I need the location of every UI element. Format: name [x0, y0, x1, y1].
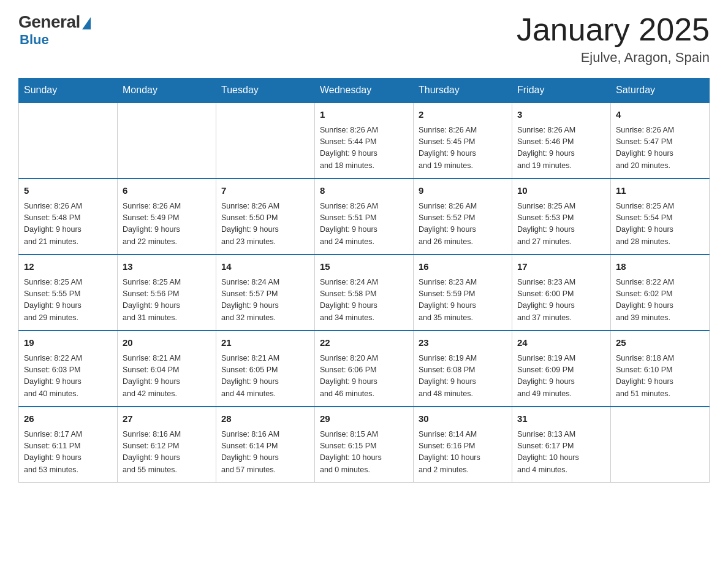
- calendar-cell: 27Sunrise: 8:16 AM Sunset: 6:12 PM Dayli…: [118, 407, 216, 483]
- week-row-2: 12Sunrise: 8:25 AM Sunset: 5:55 PM Dayli…: [19, 255, 710, 331]
- day-number: 16: [419, 260, 507, 274]
- calendar-cell: 2Sunrise: 8:26 AM Sunset: 5:45 PM Daylig…: [414, 102, 512, 178]
- calendar-cell: 4Sunrise: 8:26 AM Sunset: 5:47 PM Daylig…: [611, 102, 710, 178]
- day-number: 15: [320, 260, 408, 274]
- logo: General Blue: [18, 12, 91, 48]
- day-info: Sunrise: 8:13 AM Sunset: 6:17 PM Dayligh…: [517, 429, 605, 477]
- day-number: 17: [517, 260, 605, 274]
- day-info: Sunrise: 8:26 AM Sunset: 5:44 PM Dayligh…: [320, 124, 408, 172]
- day-info: Sunrise: 8:25 AM Sunset: 5:55 PM Dayligh…: [24, 277, 112, 324]
- calendar-cell: 7Sunrise: 8:26 AM Sunset: 5:50 PM Daylig…: [216, 178, 315, 255]
- day-info: Sunrise: 8:25 AM Sunset: 5:56 PM Dayligh…: [123, 277, 211, 324]
- day-number: 23: [419, 336, 507, 350]
- day-info: Sunrise: 8:16 AM Sunset: 6:12 PM Dayligh…: [123, 429, 211, 477]
- calendar-cell: 19Sunrise: 8:22 AM Sunset: 6:03 PM Dayli…: [19, 331, 118, 407]
- calendar-cell: 17Sunrise: 8:23 AM Sunset: 6:00 PM Dayli…: [512, 255, 611, 331]
- week-row-3: 19Sunrise: 8:22 AM Sunset: 6:03 PM Dayli…: [19, 331, 710, 407]
- page-header: General Blue January 2025 Ejulve, Aragon…: [18, 12, 710, 66]
- header-sunday: Sunday: [19, 79, 118, 103]
- day-number: 1: [320, 108, 408, 122]
- day-number: 11: [616, 184, 704, 198]
- day-number: 22: [320, 336, 408, 350]
- day-info: Sunrise: 8:26 AM Sunset: 5:51 PM Dayligh…: [320, 201, 408, 248]
- logo-triangle-icon: [82, 17, 91, 29]
- day-info: Sunrise: 8:16 AM Sunset: 6:14 PM Dayligh…: [221, 429, 309, 477]
- day-info: Sunrise: 8:17 AM Sunset: 6:11 PM Dayligh…: [24, 429, 112, 477]
- day-info: Sunrise: 8:15 AM Sunset: 6:15 PM Dayligh…: [320, 429, 408, 477]
- calendar-cell: 23Sunrise: 8:19 AM Sunset: 6:08 PM Dayli…: [414, 331, 512, 407]
- day-info: Sunrise: 8:24 AM Sunset: 5:58 PM Dayligh…: [320, 277, 408, 324]
- day-number: 18: [616, 260, 704, 274]
- day-number: 6: [123, 184, 211, 198]
- month-title: January 2025: [517, 12, 710, 47]
- day-number: 28: [221, 412, 309, 426]
- calendar-cell: 16Sunrise: 8:23 AM Sunset: 5:59 PM Dayli…: [414, 255, 512, 331]
- day-number: 14: [221, 260, 309, 274]
- day-info: Sunrise: 8:20 AM Sunset: 6:06 PM Dayligh…: [320, 353, 408, 400]
- day-info: Sunrise: 8:26 AM Sunset: 5:52 PM Dayligh…: [419, 201, 507, 248]
- calendar-cell: 8Sunrise: 8:26 AM Sunset: 5:51 PM Daylig…: [315, 178, 414, 255]
- day-info: Sunrise: 8:18 AM Sunset: 6:10 PM Dayligh…: [616, 353, 704, 400]
- calendar-cell: 9Sunrise: 8:26 AM Sunset: 5:52 PM Daylig…: [414, 178, 512, 255]
- calendar-cell: 10Sunrise: 8:25 AM Sunset: 5:53 PM Dayli…: [512, 178, 611, 255]
- calendar-cell: [118, 102, 216, 178]
- calendar-cell: 30Sunrise: 8:14 AM Sunset: 6:16 PM Dayli…: [414, 407, 512, 483]
- calendar-cell: 11Sunrise: 8:25 AM Sunset: 5:54 PM Dayli…: [611, 178, 710, 255]
- day-info: Sunrise: 8:22 AM Sunset: 6:02 PM Dayligh…: [616, 277, 704, 324]
- logo-blue-text: Blue: [20, 32, 49, 48]
- calendar-cell: 15Sunrise: 8:24 AM Sunset: 5:58 PM Dayli…: [315, 255, 414, 331]
- header-wednesday: Wednesday: [315, 79, 414, 103]
- day-number: 29: [320, 412, 408, 426]
- calendar-cell: 20Sunrise: 8:21 AM Sunset: 6:04 PM Dayli…: [118, 331, 216, 407]
- day-number: 2: [419, 108, 507, 122]
- day-info: Sunrise: 8:26 AM Sunset: 5:46 PM Dayligh…: [517, 124, 605, 172]
- calendar-cell: 1Sunrise: 8:26 AM Sunset: 5:44 PM Daylig…: [315, 102, 414, 178]
- calendar-cell: 26Sunrise: 8:17 AM Sunset: 6:11 PM Dayli…: [19, 407, 118, 483]
- header-monday: Monday: [118, 79, 216, 103]
- calendar-cell: 25Sunrise: 8:18 AM Sunset: 6:10 PM Dayli…: [611, 331, 710, 407]
- calendar-cell: 21Sunrise: 8:21 AM Sunset: 6:05 PM Dayli…: [216, 331, 315, 407]
- day-number: 13: [123, 260, 211, 274]
- day-number: 7: [221, 184, 309, 198]
- day-info: Sunrise: 8:24 AM Sunset: 5:57 PM Dayligh…: [221, 277, 309, 324]
- day-number: 20: [123, 336, 211, 350]
- day-info: Sunrise: 8:26 AM Sunset: 5:45 PM Dayligh…: [419, 124, 507, 172]
- day-number: 26: [24, 412, 112, 426]
- day-info: Sunrise: 8:26 AM Sunset: 5:47 PM Dayligh…: [616, 124, 704, 172]
- calendar-header-row: SundayMondayTuesdayWednesdayThursdayFrid…: [19, 79, 710, 103]
- day-number: 24: [517, 336, 605, 350]
- calendar-cell: 22Sunrise: 8:20 AM Sunset: 6:06 PM Dayli…: [315, 331, 414, 407]
- day-number: 25: [616, 336, 704, 350]
- calendar-cell: 29Sunrise: 8:15 AM Sunset: 6:15 PM Dayli…: [315, 407, 414, 483]
- calendar-cell: 28Sunrise: 8:16 AM Sunset: 6:14 PM Dayli…: [216, 407, 315, 483]
- header-saturday: Saturday: [611, 79, 710, 103]
- calendar-cell: 3Sunrise: 8:26 AM Sunset: 5:46 PM Daylig…: [512, 102, 611, 178]
- day-info: Sunrise: 8:22 AM Sunset: 6:03 PM Dayligh…: [24, 353, 112, 400]
- day-number: 31: [517, 412, 605, 426]
- calendar-cell: 12Sunrise: 8:25 AM Sunset: 5:55 PM Dayli…: [19, 255, 118, 331]
- day-number: 30: [419, 412, 507, 426]
- logo-general-text: General: [18, 12, 80, 32]
- day-info: Sunrise: 8:19 AM Sunset: 6:09 PM Dayligh…: [517, 353, 605, 400]
- header-friday: Friday: [512, 79, 611, 103]
- calendar-cell: [19, 102, 118, 178]
- day-number: 5: [24, 184, 112, 198]
- calendar-cell: 31Sunrise: 8:13 AM Sunset: 6:17 PM Dayli…: [512, 407, 611, 483]
- header-thursday: Thursday: [414, 79, 512, 103]
- calendar-cell: 13Sunrise: 8:25 AM Sunset: 5:56 PM Dayli…: [118, 255, 216, 331]
- day-number: 12: [24, 260, 112, 274]
- day-info: Sunrise: 8:25 AM Sunset: 5:54 PM Dayligh…: [616, 201, 704, 248]
- day-info: Sunrise: 8:25 AM Sunset: 5:53 PM Dayligh…: [517, 201, 605, 248]
- day-info: Sunrise: 8:21 AM Sunset: 6:04 PM Dayligh…: [123, 353, 211, 400]
- calendar-table: SundayMondayTuesdayWednesdayThursdayFrid…: [18, 78, 710, 483]
- header-tuesday: Tuesday: [216, 79, 315, 103]
- day-number: 27: [123, 412, 211, 426]
- day-info: Sunrise: 8:19 AM Sunset: 6:08 PM Dayligh…: [419, 353, 507, 400]
- calendar-cell: [216, 102, 315, 178]
- calendar-cell: 18Sunrise: 8:22 AM Sunset: 6:02 PM Dayli…: [611, 255, 710, 331]
- day-number: 3: [517, 108, 605, 122]
- day-info: Sunrise: 8:26 AM Sunset: 5:49 PM Dayligh…: [123, 201, 211, 248]
- location-text: Ejulve, Aragon, Spain: [517, 50, 710, 66]
- calendar-cell: 5Sunrise: 8:26 AM Sunset: 5:48 PM Daylig…: [19, 178, 118, 255]
- day-info: Sunrise: 8:14 AM Sunset: 6:16 PM Dayligh…: [419, 429, 507, 477]
